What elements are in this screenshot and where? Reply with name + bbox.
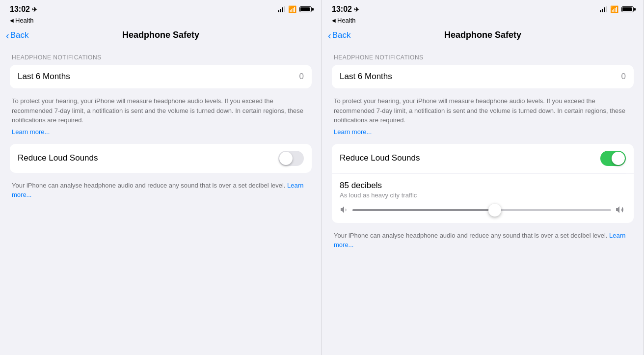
reduce-loud-card-left: Reduce Loud Sounds [10, 144, 312, 173]
slider-fill-right [352, 209, 495, 211]
health-nav-left: ◀ Health [0, 17, 322, 26]
last-six-months-label-right: Last 6 Months [340, 72, 392, 82]
reduce-description-block-left: Your iPhone can analyse headphone audio … [10, 177, 312, 210]
slider-track-right[interactable] [352, 209, 611, 211]
last-six-months-row-right: Last 6 Months 0 [332, 65, 634, 88]
reduce-loud-toggle-left[interactable] [278, 151, 304, 166]
phone-panel-on: 13:02 ✈ 📶 ◀ Health ‹ Back Headphone Safe… [322, 0, 644, 355]
location-icon-left: ✈ [32, 6, 37, 13]
location-icon-right: ✈ [354, 6, 359, 13]
back-chevron-left: ‹ [6, 30, 9, 40]
reduce-loud-row-right: Reduce Loud Sounds [332, 144, 634, 173]
toggle-thumb-right [612, 152, 625, 165]
reduce-description-block-right: Your iPhone can analyse headphone audio … [332, 227, 634, 260]
last-six-months-card-left[interactable]: Last 6 Months 0 [10, 65, 312, 88]
wifi-icon-left: 📶 [288, 5, 296, 13]
back-button-right[interactable]: ‹ Back [328, 30, 350, 40]
nav-title-right: Headphone Safety [444, 30, 521, 40]
reduce-loud-label-right: Reduce Loud Sounds [340, 153, 420, 163]
notifications-description-right: To protect your hearing, your iPhone wil… [334, 96, 632, 125]
health-triangle-right: ◀ [332, 18, 336, 23]
status-icons-left: 📶 [278, 5, 312, 13]
phone-panel-off: 13:02 ✈ 📶 ◀ Health ‹ Back Headphone Safe… [0, 0, 322, 355]
signal-icon-right [600, 6, 607, 12]
status-bar-right: 13:02 ✈ 📶 [322, 0, 644, 17]
toggle-track-right [600, 151, 626, 166]
last-six-months-value-right: 0 [621, 72, 626, 82]
toggle-thumb-left [279, 152, 293, 165]
health-nav-right: ◀ Health [322, 17, 644, 26]
status-bar-left: 13:02 ✈ 📶 [0, 0, 322, 17]
notifications-description-block-right: To protect your hearing, your iPhone wil… [332, 92, 634, 144]
status-time-right: 13:02 ✈ [332, 5, 359, 14]
reduce-description-left: Your iPhone can analyse headphone audio … [12, 181, 310, 200]
volume-low-icon-right [340, 206, 349, 215]
last-six-months-row-left: Last 6 Months 0 [10, 65, 312, 88]
back-chevron-right: ‹ [328, 30, 331, 40]
health-triangle-left: ◀ [10, 18, 14, 23]
reduce-loud-row-left: Reduce Loud Sounds [10, 144, 312, 173]
notifications-description-left: To protect your hearing, your iPhone wil… [12, 96, 310, 125]
learn-more-notifications-left[interactable]: Learn more... [12, 128, 50, 136]
content-right: HEADPHONE NOTIFICATIONS Last 6 Months 0 … [322, 46, 644, 355]
signal-icon-left [278, 6, 285, 12]
toggle-track-left [278, 151, 304, 166]
notifications-description-block-left: To protect your hearing, your iPhone wil… [10, 92, 312, 144]
status-time-left: 13:02 ✈ [10, 5, 37, 14]
last-six-months-card-right[interactable]: Last 6 Months 0 [332, 65, 634, 88]
last-six-months-label-left: Last 6 Months [18, 72, 70, 82]
decibel-section-right: 85 decibels As loud as heavy city traffi… [332, 173, 634, 223]
notifications-label-left: HEADPHONE NOTIFICATIONS [10, 54, 312, 61]
decibel-value-right: 85 decibels [340, 181, 626, 191]
slider-thumb-right[interactable] [488, 204, 501, 217]
learn-more-notifications-right[interactable]: Learn more... [334, 128, 372, 136]
nav-title-left: Headphone Safety [122, 30, 199, 40]
reduce-loud-toggle-right[interactable] [600, 151, 626, 166]
volume-high-icon-right [615, 206, 626, 215]
last-six-months-value-left: 0 [299, 72, 304, 82]
reduce-description-right: Your iPhone can analyse headphone audio … [334, 231, 632, 250]
wifi-icon-right: 📶 [610, 5, 618, 13]
battery-icon-left [299, 6, 312, 12]
content-left: HEADPHONE NOTIFICATIONS Last 6 Months 0 … [0, 46, 322, 355]
nav-bar-right: ‹ Back Headphone Safety [322, 26, 644, 46]
nav-bar-left: ‹ Back Headphone Safety [0, 26, 322, 46]
battery-icon-right [621, 6, 634, 12]
status-icons-right: 📶 [600, 5, 634, 13]
reduce-loud-label-left: Reduce Loud Sounds [18, 153, 98, 163]
slider-container-right [340, 206, 626, 215]
decibel-desc-right: As loud as heavy city traffic [340, 191, 626, 199]
reduce-loud-card-right: Reduce Loud Sounds 85 decibels As loud a… [332, 144, 634, 223]
back-button-left[interactable]: ‹ Back [6, 30, 28, 40]
notifications-label-right: HEADPHONE NOTIFICATIONS [332, 54, 634, 61]
